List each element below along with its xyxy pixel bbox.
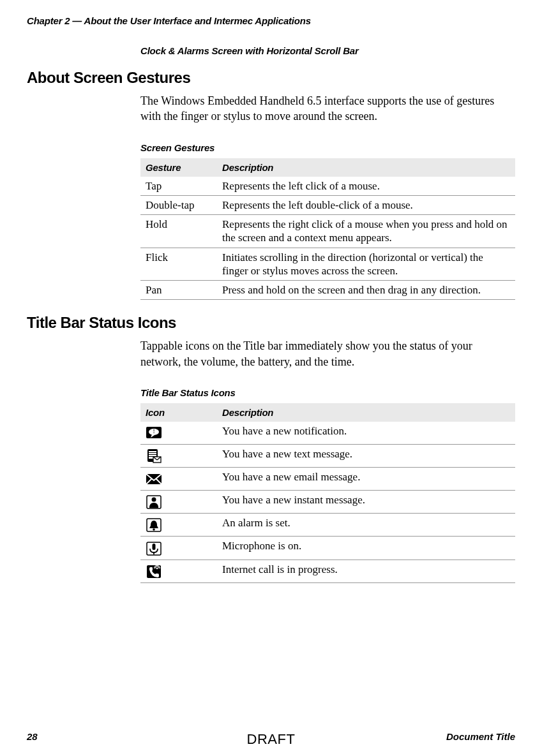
icon-desc: You have a new text message. <box>217 445 515 468</box>
svg-point-16 <box>152 498 156 502</box>
table-row: Tap Represents the left click of a mouse… <box>140 177 515 196</box>
notification-icon: ! <box>146 426 162 440</box>
table-row: You have a new text message. <box>140 445 515 468</box>
svg-text:!: ! <box>153 429 155 434</box>
gesture-name: Double-tap <box>140 195 217 214</box>
gesture-desc: Represents the right click of a mouse wh… <box>217 215 515 248</box>
gesture-desc: Initiates scrolling in the direction (ho… <box>217 248 515 281</box>
gesture-desc: Press and hold on the screen and then dr… <box>217 281 515 300</box>
figure-caption: Clock & Alarms Screen with Horizontal Sc… <box>140 45 515 56</box>
svg-rect-20 <box>153 544 156 550</box>
gestures-header-col1: Gesture <box>140 158 217 177</box>
svg-rect-7 <box>149 454 156 455</box>
icon-cell <box>140 560 217 582</box>
section-title-gestures: About Screen Gestures <box>27 69 515 87</box>
table-row: An alarm is set. <box>140 514 515 537</box>
gesture-name: Hold <box>140 215 217 248</box>
table-row: Double-tap Represents the left double-cl… <box>140 195 515 214</box>
section-body-icons: Tappable icons on the Title bar immediat… <box>140 338 515 369</box>
icons-header-col2: Description <box>217 403 515 422</box>
icon-desc: Internet call is in progress. <box>217 560 515 582</box>
svg-rect-6 <box>149 452 156 453</box>
draft-watermark: DRAFT <box>247 731 296 748</box>
icon-cell <box>140 468 217 491</box>
gesture-desc: Represents the left double-click of a mo… <box>217 195 515 214</box>
table-row: You have a new instant message. <box>140 491 515 514</box>
icons-header-col1: Icon <box>140 403 217 422</box>
table-row: Pan Press and hold on the screen and the… <box>140 281 515 300</box>
icon-desc: Microphone is on. <box>217 537 515 560</box>
gestures-table: Gesture Description Tap Represents the l… <box>140 158 515 300</box>
microphone-icon <box>146 542 162 556</box>
email-icon <box>146 472 162 486</box>
document-title-footer: Document Title <box>446 731 515 742</box>
table-row: Hold Represents the right click of a mou… <box>140 215 515 248</box>
svg-point-23 <box>156 567 158 569</box>
gesture-name: Pan <box>140 281 217 300</box>
internet-call-icon <box>146 565 162 579</box>
table-row: You have a new email message. <box>140 468 515 491</box>
table-row: ! You have a new notification. <box>140 422 515 445</box>
gesture-name: Tap <box>140 177 217 196</box>
table-caption-icons: Title Bar Status Icons <box>140 387 515 398</box>
icon-desc: You have a new notification. <box>217 422 515 445</box>
icon-cell <box>140 537 217 560</box>
table-row: Microphone is on. <box>140 537 515 560</box>
page-number: 28 <box>27 731 38 742</box>
chapter-header: Chapter 2 — About the User Interface and… <box>27 15 515 26</box>
instant-message-icon <box>146 495 162 509</box>
section-body-gestures: The Windows Embedded Handheld 6.5 interf… <box>140 93 515 124</box>
icon-desc: You have a new email message. <box>217 468 515 491</box>
icon-cell <box>140 514 217 537</box>
icon-desc: You have a new instant message. <box>217 491 515 514</box>
icon-cell <box>140 491 217 514</box>
alarm-icon <box>146 518 162 532</box>
table-row: Flick Initiates scrolling in the directi… <box>140 248 515 281</box>
section-title-icons: Title Bar Status Icons <box>27 314 515 332</box>
svg-point-18 <box>153 529 155 531</box>
icon-desc: An alarm is set. <box>217 514 515 537</box>
gesture-name: Flick <box>140 248 217 281</box>
gesture-desc: Represents the left click of a mouse. <box>217 177 515 196</box>
icons-table: Icon Description ! You have a new n <box>140 403 515 583</box>
table-row: Internet call is in progress. <box>140 560 515 582</box>
table-caption-gestures: Screen Gestures <box>140 142 515 153</box>
text-message-icon <box>146 449 162 463</box>
icon-cell <box>140 445 217 468</box>
gestures-header-col2: Description <box>217 158 515 177</box>
icon-cell: ! <box>140 422 217 445</box>
